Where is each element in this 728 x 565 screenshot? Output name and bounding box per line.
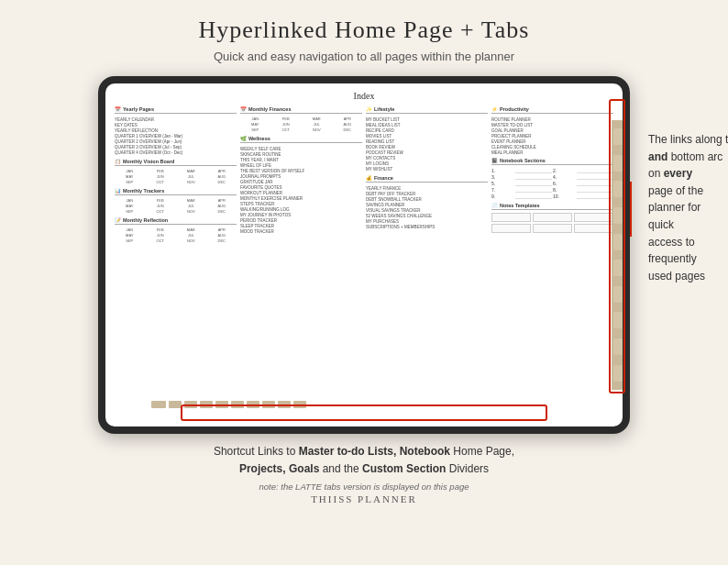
tablet-wrapper: Index 📅 Yearly Pages YEARLY CALENDAR — [98, 76, 630, 434]
tablet-frame: Index 📅 Yearly Pages YEARLY CALENDAR — [98, 76, 630, 434]
finance-month-grid: JANFEBMARAPR MAYJUNJULAUG SEPOCTNOVDEC — [240, 116, 362, 132]
monthly-vision-section: 📋 Monthly Vision Board JANFEBMARAPR MAYJ… — [115, 159, 237, 184]
annotation-text-frequently: frequently — [648, 252, 697, 265]
yearly-pages-header: 📅 Yearly Pages — [115, 106, 237, 114]
annotation-text-the: The — [648, 133, 670, 146]
notebook-rows: 1. 2. 3. 4. 5. 6. 7. 8. 9. — [491, 168, 613, 199]
annotation-right: The links along the right and bottom arc… — [648, 131, 728, 284]
monthly-finances-header: 📅 Monthly Finances — [240, 106, 362, 114]
annotation-text-bottom-arc: bottom arc — [667, 150, 722, 163]
column-3: ✨ Lifestyle MY BUCKET LIST MEAL IDEAS LI… — [366, 106, 488, 243]
column-1: 📅 Yearly Pages YEARLY CALENDAR KEY DATES… — [115, 106, 237, 243]
monthly-trackers-section: 📊 Monthly Trackers JANFEBMARAPR MAYJUNJU… — [115, 188, 237, 214]
tablet-screen: Index 📅 Yearly Pages YEARLY CALENDAR — [105, 83, 623, 427]
planner-index-title: Index — [115, 91, 613, 101]
column-4: ⚡ Productivity ROUTINE PLANNER MASTER TO… — [491, 106, 613, 243]
notes-templates-grid — [491, 213, 613, 233]
monthly-reflection-header: 📝 Monthly Reflection — [115, 217, 237, 225]
bold-master-todo: Master to-do Lists, Notebook — [299, 445, 450, 458]
main-container: Hyperlinked Home Page + Tabs Quick and e… — [0, 0, 728, 565]
monthly-reflection-section: 📝 Monthly Reflection JANFEBMARAPR MAYJUN… — [115, 217, 237, 243]
page-title: Hyperlinked Home Page + Tabs — [199, 17, 530, 44]
trackers-month-grid: JANFEBMARAPR MAYJUNJULAUG SEPOCTNOVDEC — [115, 198, 237, 214]
monthly-trackers-header: 📊 Monthly Trackers — [115, 188, 237, 195]
vision-month-grid: JANFEBMARAPR MAYJUNJULAUG SEPOCTNOVDEC — [115, 169, 237, 184]
planner-grid: 📅 Yearly Pages YEARLY CALENDAR KEY DATES… — [115, 106, 613, 243]
notebook-header: 📓 Notebook Sections — [491, 158, 613, 165]
planner-bottom-tabs — [151, 401, 604, 408]
right-tab — [613, 286, 623, 303]
right-tab — [613, 155, 623, 172]
column-2: 📅 Monthly Finances JANFEBMARAPR MAYJUNJU… — [240, 106, 362, 243]
reflection-month-grid: JANFEBMARAPR MAYJUNJULAUG SEPOCTNOVDEC — [115, 227, 237, 243]
right-tab — [613, 207, 623, 224]
planner-content: Index 📅 Yearly Pages YEARLY CALENDAR — [105, 83, 623, 412]
monthly-vision-header: 📋 Monthly Vision Board — [115, 159, 237, 166]
annotation-text-planner: planner for — [648, 201, 700, 214]
annotation-text-access: access to — [648, 236, 695, 249]
annotation-text-quick: quick — [648, 218, 674, 231]
annotation-bold-every: every — [664, 167, 692, 180]
right-tab — [613, 312, 623, 328]
right-tab — [613, 128, 623, 145]
annotation-text-links: links along the — [670, 133, 728, 146]
notes-templates-section: 📄 Notes Templates — [491, 203, 613, 233]
finance-header: 💰 Finance — [366, 175, 488, 183]
annotation-text-page-of-the: page of the — [648, 184, 703, 197]
bold-custom-section: Custom Section — [362, 462, 446, 475]
annotation-arrow-line — [630, 182, 632, 237]
notes-templates-header: 📄 Notes Templates — [491, 203, 613, 210]
right-tab — [613, 338, 623, 355]
shortcut-text: Shortcut Links to Master to-do Lists, No… — [18, 443, 710, 478]
right-tab — [613, 260, 623, 276]
right-tabs — [612, 120, 623, 390]
productivity-header: ⚡ Productivity — [491, 106, 613, 114]
page-subtitle: Quick and easy navigation to all pages w… — [214, 50, 514, 63]
annotation-text-on-every: on — [648, 167, 664, 180]
yearly-item: QUARTER 4 OVERVIEW (Oct - Dec) — [115, 150, 237, 155]
bottom-note: note: the LATTE tabs version is displaye… — [18, 482, 710, 492]
bold-projects-goals: Projects, Goals — [239, 462, 319, 475]
branding: THIISS Planner — [18, 493, 710, 504]
finance-section: 💰 Finance YEARLY FINANCE DEBT PAY OFF TR… — [366, 175, 488, 229]
right-tab — [613, 181, 623, 197]
lifestyle-header: ✨ Lifestyle — [366, 106, 488, 114]
wellness-section: 🌿 Wellness WEEKLY SELF CARE SKINCARE ROU… — [240, 136, 362, 234]
wellness-header: 🌿 Wellness — [240, 136, 362, 143]
right-tab — [613, 234, 623, 250]
notebook-section: 📓 Notebook Sections 1. 2. 3. 4. 5. — [491, 158, 613, 199]
annotation-text-used-pages: used pages — [648, 270, 705, 282]
bottom-section: Shortcut Links to Master to-do Lists, No… — [18, 443, 710, 504]
right-tab — [613, 365, 623, 382]
